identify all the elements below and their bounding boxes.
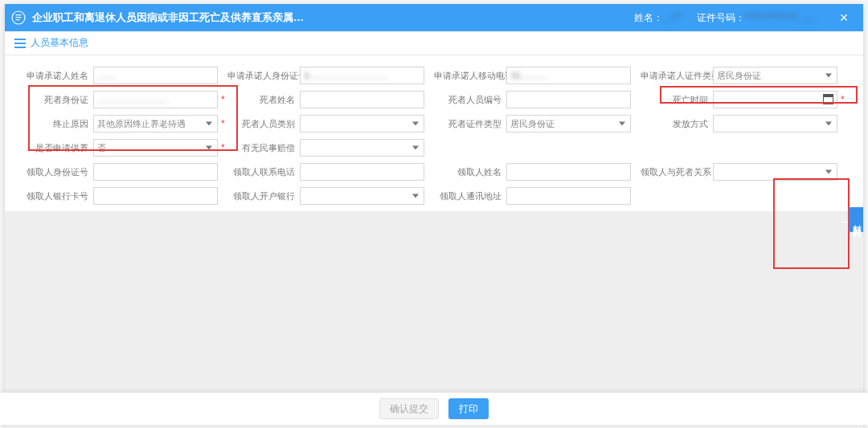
label-applicant-idtype: 申请承诺人证件类型 [641,70,713,82]
header-id: 证件号码：**************…… [697,11,817,25]
confirm-submit-button[interactable]: 确认提交 [379,398,439,419]
select-deceased-idtype[interactable]: 居民身份证 [506,115,631,132]
label-applicant-idno: 申请承诺人身份证号 [227,70,300,82]
material-list-label: 材料列表 [851,217,863,223]
label-payee-bank: 领取人开户银行 [227,190,300,202]
select-apply-support[interactable]: 否 [93,139,218,157]
label-payee-card: 领取人银行卡号 [21,190,93,202]
section-header: 人员基本信息 [5,31,863,55]
input-payee-idno[interactable] [93,163,218,181]
input-payee-name[interactable] [506,163,631,181]
input-deceased-name[interactable] [300,91,424,108]
select-deceased-category[interactable] [300,115,424,132]
footer-bar: 确认提交 打印 [0,393,868,425]
label-deceased-category: 死者人员类别 [227,118,300,130]
modal-title: 企业职工和离退休人员因病或非因工死亡及供养直系亲属… [32,10,304,25]
label-payee-name: 领取人姓名 [434,166,506,178]
select-applicant-idtype[interactable]: 居民身份证 [713,67,837,84]
svg-rect-1 [16,14,22,15]
label-stop-reason: 终止原因 [21,118,93,130]
svg-rect-3 [16,19,20,20]
date-death-time[interactable] [713,91,837,108]
section-title: 人员基本信息 [31,36,88,50]
select-stop-reason[interactable]: 其他原因终止养老待遇 [93,115,218,132]
label-payee-idno: 领取人身份证号 [21,166,93,178]
label-deceased-idtype: 死者证件类型 [434,118,506,130]
input-applicant-idno[interactable]: 3……………………… [300,67,424,84]
label-deceased-no: 死者人员编号 [434,94,506,106]
input-applicant-phone[interactable]: 15……… [506,67,631,84]
input-applicant-name[interactable]: …… [93,67,218,84]
input-payee-card[interactable] [93,187,218,205]
close-icon[interactable]: × [833,6,855,29]
input-deceased-id[interactable]: …………………… [93,91,218,108]
material-list-tab[interactable]: 材料列表 → [849,207,863,232]
label-payee-address: 领取人通讯地址 [434,190,506,202]
select-payee-bank[interactable] [300,187,424,205]
select-civil-compensation[interactable] [300,139,424,157]
print-button[interactable]: 打印 [448,398,489,419]
label-payee-phone: 领取人联系电话 [227,166,300,178]
header-name: 姓名：…** [634,11,680,25]
list-icon [14,39,26,48]
label-payee-relation: 领取人与死者关系 [641,166,713,178]
select-payee-relation[interactable] [713,163,837,181]
label-applicant-phone: 申请承诺人移动电话 [434,70,506,82]
form-area: 申请承诺人姓名…… 申请承诺人身份证号3……………………… 申请承诺人移动电话1… [5,55,863,211]
label-death-time: 死亡时间 [641,94,713,106]
svg-rect-2 [16,17,22,18]
label-civil-compensation: 有无民事赔偿 [227,142,300,154]
label-deceased-name: 死者姓名 [227,94,300,106]
arrow-right-icon: → [839,215,851,227]
input-payee-address[interactable] [506,187,631,205]
modal-header: 企业职工和离退休人员因病或非因工死亡及供养直系亲属… 姓名：…** 证件号码：*… [5,4,863,31]
input-deceased-no[interactable] [506,91,631,108]
document-icon [11,10,26,25]
input-payee-phone[interactable] [300,163,424,181]
label-apply-support: 是否申请供养 [21,142,93,154]
label-applicant-name: 申请承诺人姓名 [21,70,93,82]
select-pay-method[interactable] [713,115,837,132]
label-pay-method: 发放方式 [641,118,713,130]
label-deceased-id: 死者身份证 [21,94,93,106]
